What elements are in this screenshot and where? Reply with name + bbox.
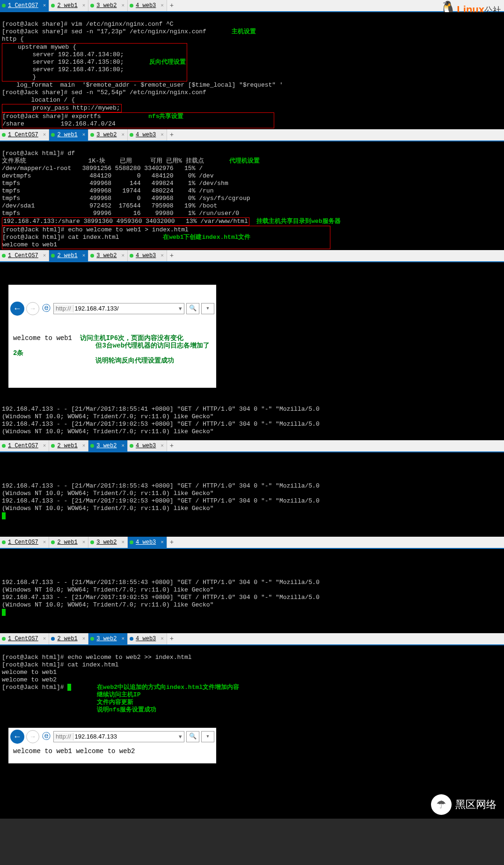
close-icon[interactable]: × — [82, 636, 86, 642]
forward-button[interactable]: → — [26, 730, 39, 743]
options-button[interactable]: ▾ — [201, 303, 214, 314]
back-button[interactable]: ← — [10, 302, 24, 316]
term-line: 文件系统 1K-块 已用 可用 已用% 挂载点 — [2, 157, 204, 164]
tab-centos7[interactable]: 1 CentOS7× — [0, 250, 49, 261]
close-icon[interactable]: × — [161, 540, 164, 545]
status-dot-icon — [90, 254, 94, 258]
terminal-6[interactable]: [root@Jack html]# echo welcome to web2 >… — [0, 645, 504, 819]
back-button[interactable]: ← — [10, 730, 24, 744]
status-dot-icon — [130, 254, 133, 258]
access-log-line: 192.168.47.133 - - [21/Mar/2017:19:02:53… — [2, 594, 323, 608]
terminal-2[interactable]: [root@Jack html]# df 文件系统 1K-块 已用 可用 已用%… — [0, 141, 504, 250]
close-icon[interactable]: × — [121, 540, 124, 545]
close-icon[interactable]: × — [161, 636, 164, 642]
close-icon[interactable]: × — [82, 3, 86, 8]
tab-centos7[interactable]: 1 CentOS7× — [0, 633, 49, 644]
tabbar-4: 1 CentOS7× 2 web1× 3 web2× 4 web3× + — [0, 440, 504, 452]
close-icon[interactable]: × — [161, 253, 164, 259]
tab-centos7[interactable]: 1 CentOS7× — [0, 129, 49, 140]
tab-web2[interactable]: 3 web2× — [88, 633, 128, 644]
index-create-block: [root@Jack html]# echo welcome to web1 >… — [2, 226, 330, 249]
close-icon[interactable]: × — [43, 132, 46, 138]
close-icon[interactable]: × — [121, 132, 124, 138]
tab-centos7[interactable]: 1 CentOS7× — [0, 440, 49, 451]
terminal-5[interactable]: 192.168.47.133 - - [21/Mar/2017:18:55:43… — [0, 549, 341, 633]
add-tab-button[interactable]: + — [167, 252, 176, 259]
search-button[interactable]: 🔍 — [186, 731, 199, 742]
tab-web1[interactable]: 2 web1× — [49, 537, 88, 548]
terminal-1[interactable]: [root@Jack share]# vim /etc/nginx/nginx.… — [0, 12, 504, 129]
tab-web3[interactable]: 4 web3× — [128, 537, 167, 548]
upstream-block: upstream myweb { server 192.168.47.134:8… — [2, 43, 187, 81]
search-button[interactable]: 🔍 — [186, 303, 199, 314]
annotation-proxy: 反向代理设置 — [149, 59, 186, 66]
chevron-down-icon[interactable]: ▾ — [177, 305, 184, 312]
close-icon[interactable]: × — [121, 253, 124, 259]
add-tab-button[interactable]: + — [167, 2, 176, 9]
tab-web3[interactable]: 4 web3× — [128, 440, 167, 451]
page-body: welcome to web1 访问主机IP6次，页面内容没有变化 但3台web… — [8, 333, 216, 373]
close-icon[interactable]: × — [161, 3, 164, 8]
tab-web1[interactable]: 2 web1× — [49, 0, 88, 11]
tab-web3[interactable]: 4 web3× — [128, 633, 167, 644]
tab-centos7[interactable]: 1 CentOS7× — [0, 0, 49, 11]
add-tab-button[interactable]: + — [167, 635, 176, 643]
terminal-4[interactable]: 192.168.47.133 - - [21/Mar/2017:18:55:43… — [0, 452, 341, 537]
tab-centos7[interactable]: 1 CentOS7× — [0, 537, 49, 548]
terminal-3[interactable]: ← → ⓔ http://192.168.47.133/ ▾ 🔍 ▾ welco… — [0, 262, 504, 440]
mount-line: 192.168.47.133:/share 38991360 4959360 3… — [2, 217, 249, 226]
tab-web3[interactable]: 4 web3× — [128, 0, 167, 11]
tab-web2[interactable]: 3 web2× — [88, 129, 128, 140]
close-icon[interactable]: × — [82, 253, 86, 259]
tab-web2[interactable]: 3 web2× — [88, 0, 128, 11]
close-icon[interactable]: × — [43, 3, 46, 8]
close-icon[interactable]: × — [121, 636, 124, 642]
tabbar-5: 1 CentOS7× 2 web1× 3 web2× 4 web3× + — [0, 537, 504, 549]
cursor: _ — [67, 684, 71, 691]
add-tab-button[interactable]: + — [167, 442, 176, 450]
close-icon[interactable]: × — [121, 3, 124, 8]
status-dot-icon — [2, 254, 6, 258]
tab-web1[interactable]: 2 web1× — [49, 633, 88, 644]
tab-web3[interactable]: 4 web3× — [128, 129, 167, 140]
close-icon[interactable]: × — [43, 636, 46, 642]
close-icon[interactable]: × — [82, 540, 86, 545]
close-icon[interactable]: × — [161, 443, 164, 449]
add-tab-button[interactable]: + — [167, 131, 176, 139]
tab-web1[interactable]: 2 web1× — [49, 440, 88, 451]
status-dot-icon — [51, 4, 55, 7]
status-dot-icon — [130, 133, 133, 137]
tab-web1[interactable]: 2 web1× — [49, 129, 88, 140]
cursor: _ — [2, 512, 6, 519]
term-line: /dev/sda1 972452 176544 795908 19% /boot — [2, 202, 217, 209]
address-bar[interactable]: http://192.168.47.133/ ▾ — [53, 303, 184, 314]
term-line: tmpfs 99996 16 99980 1% /run/user/0 — [2, 210, 239, 217]
close-icon[interactable]: × — [43, 540, 46, 545]
panel-web3-log: 1 CentOS7× 2 web1× 3 web2× 4 web3× + 192… — [0, 537, 504, 633]
status-dot-icon — [90, 540, 94, 544]
term-line: [root@Jack html]# cat index.html — [2, 661, 119, 668]
close-icon[interactable]: × — [82, 443, 86, 449]
chevron-down-icon[interactable]: ▾ — [177, 733, 184, 740]
status-dot-icon — [130, 540, 133, 544]
panel-web2-log: 1 CentOS7× 2 web1× 3 web2× 4 web3× + 192… — [0, 440, 504, 537]
close-icon[interactable]: × — [121, 443, 124, 449]
status-dot-icon — [130, 444, 133, 448]
close-icon[interactable]: × — [43, 253, 46, 259]
tab-web2[interactable]: 3 web2× — [88, 537, 128, 548]
term-line: [root@Jack share]# vim /etc/nginx/nginx.… — [2, 21, 174, 28]
annotation-nfs: nfs共享设置 — [148, 113, 183, 120]
tab-web1[interactable]: 2 web1× — [49, 250, 88, 261]
browser-window: ← → ⓔ http://192.168.47.133/ ▾ 🔍 ▾ welco… — [8, 285, 216, 388]
close-icon[interactable]: × — [161, 132, 164, 138]
close-icon[interactable]: × — [43, 443, 46, 449]
address-bar[interactable]: http://192.168.47.133 ▾ — [53, 731, 184, 742]
term-line: devtmpfs 484120 0 484120 0% /dev — [2, 172, 213, 179]
tab-web2[interactable]: 3 web2× — [88, 440, 128, 451]
tab-web3[interactable]: 4 web3× — [128, 250, 167, 261]
tab-web2[interactable]: 3 web2× — [88, 250, 128, 261]
close-icon[interactable]: × — [82, 132, 86, 138]
options-button[interactable]: ▾ — [201, 731, 214, 742]
add-tab-button[interactable]: + — [167, 539, 176, 546]
forward-button[interactable]: → — [26, 302, 39, 315]
